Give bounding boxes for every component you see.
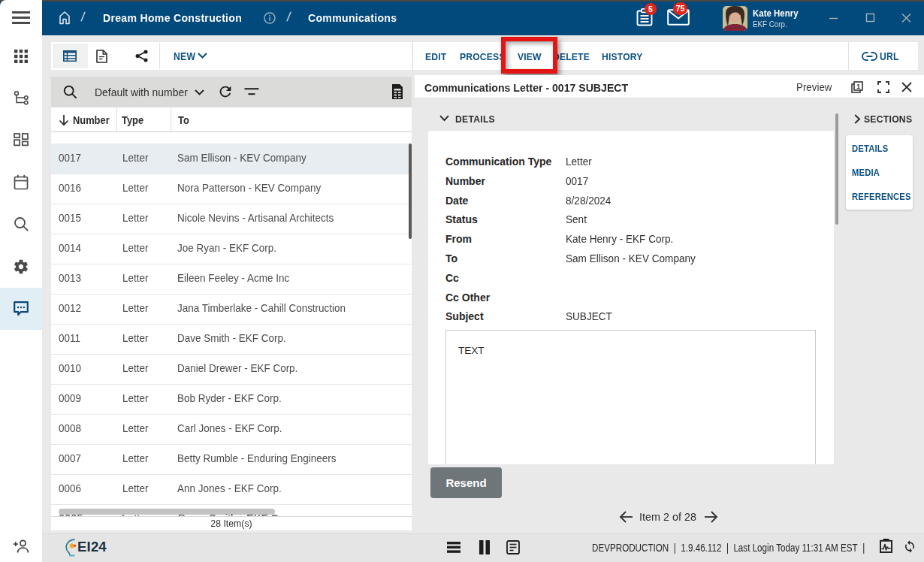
svg-text:1: 1	[856, 83, 860, 90]
